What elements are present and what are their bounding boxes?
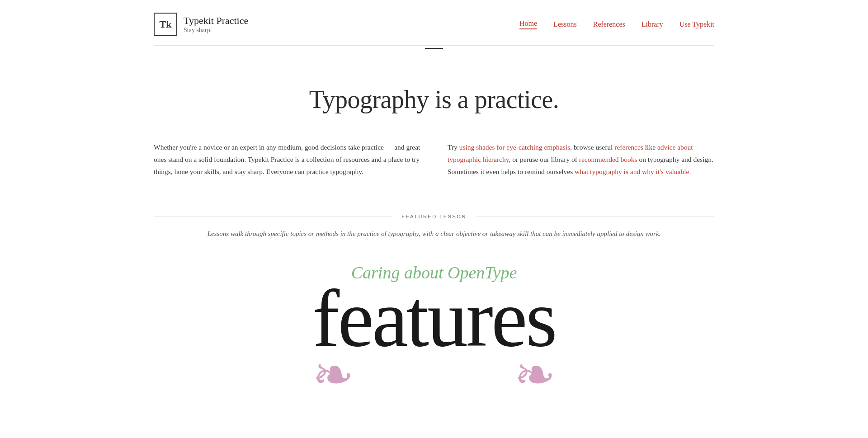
link-what-typography[interactable]: what typography is and why it's valuable [575, 168, 689, 175]
featured-line-right [476, 217, 714, 217]
featured-subtitle-text: Lessons walk through specific topics or … [154, 228, 714, 240]
intro-mid1: , browse useful [570, 143, 614, 151]
intro-left-text: Whether you're a novice or an expert in … [154, 141, 420, 178]
intro-end: . [689, 168, 691, 175]
featured-visual: Caring about OpenType features ❧ ❧ [0, 263, 868, 394]
main-nav: Home Lessons References Library Use Type… [519, 19, 714, 29]
header: Tk Typekit Practice Stay sharp. Home Les… [0, 0, 868, 36]
intro-try-prefix: Try [448, 143, 459, 151]
swash-left: ❧ [312, 350, 354, 394]
nav-home[interactable]: Home [519, 19, 537, 29]
features-word: features [312, 278, 556, 359]
intro-section: Whether you're a novice or an expert in … [0, 141, 868, 214]
intro-right-text: Try using shades for eye-catching emphas… [448, 141, 714, 178]
intro-col-right: Try using shades for eye-catching emphas… [448, 141, 714, 178]
link-references[interactable]: references [614, 143, 643, 151]
nav-library[interactable]: Library [642, 20, 663, 28]
link-books[interactable]: recommended books [579, 155, 637, 163]
features-container: features ❧ ❧ [312, 278, 556, 391]
link-shades[interactable]: using shades for eye-catching emphasis [459, 143, 570, 151]
logo-title: Typekit Practice [184, 15, 248, 27]
hero-title: Typography is a practice. [154, 85, 714, 114]
nav-use-typekit[interactable]: Use Typekit [679, 20, 714, 28]
featured-label: FEATURED LESSON [392, 214, 476, 219]
logo-area: Tk Typekit Practice Stay sharp. [154, 13, 248, 36]
featured-subtitle-area: Lessons walk through specific topics or … [0, 228, 868, 240]
featured-divider: FEATURED LESSON [0, 214, 868, 219]
swash-right: ❧ [514, 350, 556, 394]
featured-line-left [154, 217, 392, 217]
nav-active-underline [425, 48, 443, 49]
intro-mid3: , or peruse our library of [509, 155, 579, 163]
logo-box: Tk [154, 13, 177, 36]
intro-col-left: Whether you're a novice or an expert in … [154, 141, 420, 178]
logo-subtitle: Stay sharp. [184, 27, 248, 34]
hero-section: Typography is a practice. [0, 49, 868, 141]
nav-lessons[interactable]: Lessons [553, 20, 577, 28]
nav-references[interactable]: References [593, 20, 625, 28]
intro-mid2: like [643, 143, 657, 151]
logo-text: Typekit Practice Stay sharp. [184, 15, 248, 34]
logo-letters: Tk [160, 19, 172, 30]
